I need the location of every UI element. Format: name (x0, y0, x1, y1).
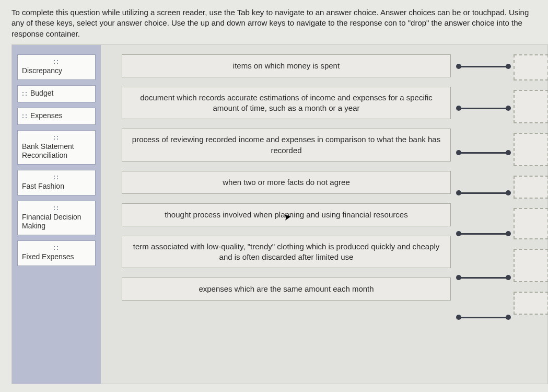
drop-targets-column (514, 54, 548, 315)
definitions-column: items on which money is spentdocument wh… (122, 54, 451, 301)
term-card[interactable]: ::Discrepancy (17, 54, 96, 80)
definition-box: process of reviewing recorded income and… (122, 129, 451, 162)
match-connector[interactable] (459, 277, 508, 279)
drag-grip-icon: :: (22, 112, 28, 120)
drop-target[interactable] (514, 292, 548, 315)
drag-grip-icon: :: (22, 90, 28, 97)
term-label: Discrepancy (22, 66, 91, 75)
term-card[interactable]: ::Bank Statement Reconciliation (17, 130, 96, 165)
drop-target[interactable] (514, 176, 548, 199)
terms-sidebar: ::Discrepancy::Budget::Expenses::Bank St… (12, 45, 101, 384)
definition-box: term associated with low-quality, "trend… (122, 236, 451, 269)
term-card[interactable]: ::Fast Fashion (17, 170, 96, 195)
definition-box: when two or more facts do not agree (122, 171, 451, 194)
match-connector[interactable] (459, 152, 508, 154)
match-connector[interactable] (459, 192, 508, 194)
match-connector[interactable] (459, 66, 508, 67)
term-label: Fast Fashion (22, 182, 91, 191)
term-label: Financial Decision Making (22, 213, 91, 230)
drop-target[interactable] (514, 54, 548, 80)
definition-box: expenses which are the same amount each … (122, 278, 451, 301)
drop-target[interactable] (514, 133, 548, 166)
drag-grip-icon: :: (22, 174, 91, 181)
term-label: Expenses (30, 111, 62, 120)
drop-target[interactable] (514, 208, 548, 239)
drop-target[interactable] (514, 249, 548, 282)
term-label: Fixed Expenses (22, 252, 91, 261)
term-card[interactable]: ::Budget (17, 85, 96, 102)
drag-grip-icon: :: (22, 58, 91, 65)
definition-box: thought process involved when planning a… (122, 203, 451, 226)
match-connector[interactable] (459, 317, 508, 318)
term-label: Bank Statement Reconciliation (22, 142, 91, 160)
drag-grip-icon: :: (22, 134, 91, 141)
screen-reader-instructions: To complete this question while utilizin… (0, 0, 548, 44)
definition-box: document which records accurate estimati… (122, 87, 451, 120)
term-card[interactable]: ::Fixed Expenses (17, 240, 96, 266)
match-connector[interactable] (459, 108, 508, 109)
drag-grip-icon: :: (22, 244, 91, 251)
drop-target[interactable] (514, 90, 548, 123)
term-label: Budget (30, 89, 53, 97)
matching-work-area: ::Discrepancy::Budget::Expenses::Bank St… (11, 44, 548, 384)
term-card[interactable]: ::Financial Decision Making (17, 201, 96, 235)
definition-box: items on which money is spent (122, 54, 451, 77)
drag-grip-icon: :: (22, 204, 91, 212)
term-card[interactable]: ::Expenses (17, 108, 96, 125)
match-connector[interactable] (459, 233, 508, 235)
